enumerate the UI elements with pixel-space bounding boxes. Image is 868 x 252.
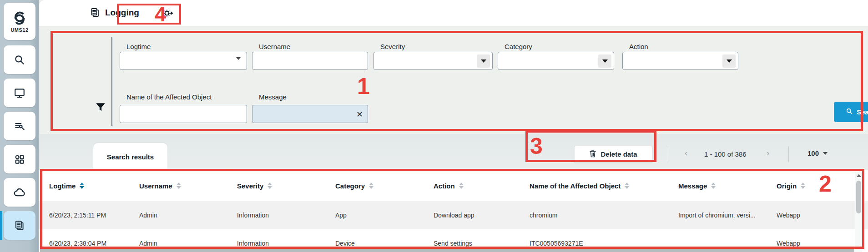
column-header-severity[interactable]: Severity xyxy=(237,182,335,190)
sidebar-item-apps[interactable] xyxy=(4,145,35,173)
sidebar-item-devices[interactable] xyxy=(4,79,35,107)
vertical-scrollbar[interactable] xyxy=(855,172,862,252)
sort-icon xyxy=(267,183,272,189)
horizontal-scrollbar[interactable] xyxy=(40,249,854,252)
sort-icon xyxy=(801,183,805,189)
search-icon xyxy=(14,54,25,66)
cloud-icon xyxy=(13,186,26,199)
filter-funnel-icon xyxy=(95,101,106,115)
logging-icon xyxy=(14,220,25,232)
column-header-logtime[interactable]: Logtime xyxy=(49,182,139,190)
delete-data-button[interactable]: Delete data xyxy=(574,146,652,163)
caret-down-icon[interactable] xyxy=(477,54,490,68)
sidebar: UMS12 xyxy=(0,0,39,252)
caret-down-icon[interactable] xyxy=(598,54,611,68)
message-label: Message xyxy=(259,93,287,101)
sort-icon xyxy=(177,183,181,189)
sort-icon xyxy=(369,183,373,189)
affected-object-input[interactable] xyxy=(124,105,229,123)
category-input[interactable] xyxy=(502,52,596,69)
search-button[interactable]: Search xyxy=(834,102,868,122)
filter-divider xyxy=(111,37,112,126)
logtime-input[interactable] xyxy=(124,52,229,69)
tab-label: Search results xyxy=(107,153,154,161)
filter-panel: Logtime Username Severity Category Actio… xyxy=(39,26,868,134)
category-field[interactable] xyxy=(498,52,614,70)
sort-icon xyxy=(711,183,716,189)
trash-icon xyxy=(589,150,596,159)
logo-label: UMS12 xyxy=(10,27,28,33)
sidebar-item-configuration[interactable] xyxy=(4,112,35,140)
monitor-icon xyxy=(14,87,25,99)
scrollbar-thumb[interactable] xyxy=(856,181,861,213)
severity-label: Severity xyxy=(380,43,405,50)
page-header: Logging xyxy=(39,0,868,26)
pagination-range: 1 - 100 of 386 xyxy=(704,150,747,158)
action-label: Action xyxy=(629,43,648,50)
logtime-label: Logtime xyxy=(126,43,151,50)
logging-title-icon xyxy=(90,7,101,20)
tab-search-results[interactable]: Search results xyxy=(93,143,167,170)
sidebar-item-logging[interactable] xyxy=(4,211,35,240)
sidebar-item-cloud[interactable] xyxy=(4,178,35,207)
action-field[interactable] xyxy=(622,52,738,70)
pagination-divider xyxy=(788,146,789,162)
delete-data-label: Delete data xyxy=(601,150,637,158)
severity-field[interactable] xyxy=(373,52,493,70)
column-header-category[interactable]: Category xyxy=(335,182,434,190)
list-wrench-icon xyxy=(14,120,25,132)
logtime-field[interactable] xyxy=(120,52,247,70)
caret-down-icon xyxy=(823,152,828,155)
chevron-right-icon[interactable]: › xyxy=(767,148,769,157)
username-field[interactable] xyxy=(252,52,368,70)
username-input[interactable] xyxy=(256,52,350,69)
column-header-origin[interactable]: Origin xyxy=(777,182,854,190)
table-header-row: Logtime Username Severity Category Actio… xyxy=(39,170,868,201)
igel-logo-icon xyxy=(12,10,27,26)
gear-arrow-icon[interactable] xyxy=(162,7,174,21)
sort-icon xyxy=(459,183,464,189)
scroll-up-icon[interactable] xyxy=(857,174,861,177)
caret-down-icon[interactable] xyxy=(236,60,241,68)
page-size-value: 100 xyxy=(807,149,819,157)
results-toolbar: Search results Delete data ‹ 1 - 100 of … xyxy=(39,134,868,170)
severity-input[interactable] xyxy=(378,52,475,69)
pagination-divider xyxy=(668,146,668,162)
sidebar-item-search[interactable] xyxy=(4,45,35,74)
sort-icon xyxy=(625,183,629,189)
column-header-action[interactable]: Action xyxy=(434,182,530,190)
chevron-left-icon[interactable]: ‹ xyxy=(685,148,687,157)
action-input[interactable] xyxy=(626,52,721,69)
message-input[interactable] xyxy=(256,105,350,123)
affected-object-label: Name of the Affected Object xyxy=(126,93,212,101)
page-title: Logging xyxy=(105,8,139,18)
apps-grid-icon xyxy=(14,153,25,165)
table-row[interactable]: 6/20/23, 2:15:11 PM Admin Information Ap… xyxy=(39,201,868,229)
message-field[interactable]: ✕ xyxy=(252,105,368,123)
search-icon xyxy=(846,108,853,116)
column-header-message[interactable]: Message xyxy=(678,182,777,190)
username-label: Username xyxy=(259,43,290,50)
search-button-label: Search xyxy=(857,108,868,116)
caret-down-icon[interactable] xyxy=(722,54,736,68)
category-label: Category xyxy=(505,43,532,50)
ums-logging-screen: UMS12 xyxy=(0,0,868,252)
column-header-username[interactable]: Username xyxy=(139,182,237,190)
clear-icon[interactable]: ✕ xyxy=(356,109,363,119)
results-table: Logtime Username Severity Category Actio… xyxy=(39,170,868,252)
active-item-indicator xyxy=(0,211,2,240)
sort-icon xyxy=(80,183,84,189)
affected-object-field[interactable] xyxy=(120,105,247,123)
column-header-affected-object[interactable]: Name of the Affected Object xyxy=(530,182,678,190)
page-size-dropdown[interactable]: 100 xyxy=(807,149,828,157)
app-logo: UMS12 xyxy=(4,3,35,40)
